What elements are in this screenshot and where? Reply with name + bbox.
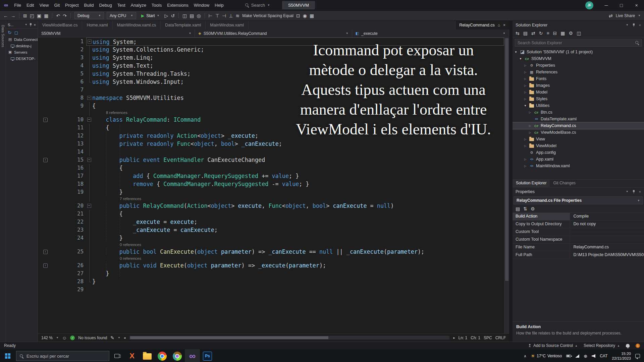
start-button[interactable] xyxy=(0,349,15,362)
panel-splitter[interactable] xyxy=(509,21,513,342)
expand-arrow-icon[interactable]: ▷ xyxy=(523,98,527,101)
property-value[interactable] xyxy=(570,228,644,236)
chevron-down-icon[interactable]: ▼ xyxy=(25,23,28,26)
zoom-tool-icon[interactable]: ◉ xyxy=(303,13,307,18)
menu-debug[interactable]: Debug xyxy=(96,1,114,9)
solution-explorer-search[interactable]: Search Solution Explorer xyxy=(515,39,642,47)
menu-project[interactable]: Project xyxy=(62,1,81,9)
spaces-indicator[interactable]: SPC xyxy=(484,336,492,340)
menu-build[interactable]: Build xyxy=(82,1,97,9)
implements-indicator-icon[interactable]: ↑ xyxy=(43,158,48,162)
language-indicator[interactable]: CAT xyxy=(600,354,607,358)
run-without-debugging-icon[interactable]: ▷ xyxy=(164,13,168,18)
distribute-horizontally-icon[interactable]: ≋ xyxy=(235,13,239,18)
tray-expand-icon[interactable]: ∧ xyxy=(524,354,526,358)
code-line-17[interactable]: 17 add { CommandManager.RequerySuggested… xyxy=(38,172,504,180)
code-line-20[interactable]: 20− public RelayCommand(Action<object> e… xyxy=(38,202,504,210)
alphabetical-icon[interactable]: ⇅ xyxy=(523,206,527,211)
collapse-region-icon[interactable]: − xyxy=(87,158,91,162)
collapse-arrow-icon[interactable]: ▼ xyxy=(523,104,527,107)
tree-item-properties[interactable]: ▷⚙Properties xyxy=(513,62,644,69)
menu-extensions[interactable]: Extensions xyxy=(164,1,191,9)
refresh-icon[interactable]: ↻ xyxy=(539,31,543,36)
tree-item-app-xaml[interactable]: ▷<>App.xaml xyxy=(513,156,644,163)
battery-icon[interactable] xyxy=(566,355,571,357)
code-line-6[interactable]: 6using System.Windows.Input; xyxy=(38,78,504,86)
tab-mainwindow-xaml[interactable]: MainWindow.xaml xyxy=(206,21,249,29)
vertical-scrollbar-thumb[interactable] xyxy=(505,38,508,281)
property-name[interactable]: Copy to Output Directory xyxy=(513,221,570,228)
close-icon[interactable]: × xyxy=(639,23,641,27)
code-line-5[interactable]: 5using System.Threading.Tasks; xyxy=(38,70,504,78)
tab-relaycommand-cs[interactable]: RelayCommand.cs⌂× xyxy=(455,21,509,29)
code-line-2[interactable]: 2using System.Collections.Generic; xyxy=(38,46,504,54)
expand-arrow-icon[interactable]: ▷ xyxy=(528,111,532,114)
switch-views-icon[interactable]: ⇆ xyxy=(516,31,520,36)
tree-item-datatemplate-xaml[interactable]: <>DataTemplate.xaml xyxy=(513,116,644,122)
maximize-button[interactable]: □ xyxy=(614,0,629,11)
code-line-21[interactable]: 21 { xyxy=(38,210,504,218)
home-icon[interactable]: ⌂ xyxy=(498,23,500,27)
property-name[interactable]: Custom Tool Namespace xyxy=(513,236,570,243)
code-line-29[interactable]: 29 xyxy=(38,286,504,294)
server-item-servers[interactable]: ▣Servers xyxy=(6,49,38,55)
pin-icon[interactable] xyxy=(632,23,635,27)
navigate-forward-icon[interactable]: → xyxy=(11,13,15,18)
server-item-desktop[interactable]: DESKTOP- xyxy=(6,55,38,62)
menu-analyze[interactable]: Analyze xyxy=(128,1,149,9)
tree-item-viewmodel[interactable]: ▷ViewModel xyxy=(513,142,644,149)
tree-item-mainwindow-xaml[interactable]: ▷<>MainWindow.xaml xyxy=(513,163,644,169)
align-rights-icon[interactable]: ⊣ xyxy=(222,13,226,18)
clock[interactable]: 15:20 22/11/2023 xyxy=(612,351,631,361)
open-file-icon[interactable]: ◰ xyxy=(30,13,34,18)
property-row-custom-tool-namespace[interactable]: Custom Tool Namespace xyxy=(513,236,644,244)
menu-edit[interactable]: Edit xyxy=(24,1,37,9)
code-line-11[interactable]: 11 { xyxy=(38,124,504,132)
codelens-references[interactable]: 0 references xyxy=(38,242,504,248)
properties-window-icon[interactable]: ⚙ xyxy=(569,31,573,36)
code-editor[interactable]: 1−using System;2using System.Collections… xyxy=(38,38,509,334)
align-bottoms-icon[interactable]: ⊥ xyxy=(229,13,233,18)
collapse-all-icon[interactable]: ⊟ xyxy=(553,31,557,36)
solution-platforms-select[interactable]: Any CPU▼ xyxy=(107,12,136,19)
live-share-icon[interactable]: ⇄ xyxy=(609,13,613,18)
expand-arrow-icon[interactable]: ▷ xyxy=(523,64,527,67)
menu-window[interactable]: Window xyxy=(191,1,212,9)
expand-arrow-icon[interactable]: ▷ xyxy=(523,165,527,168)
file-explorer-taskbar-button[interactable] xyxy=(140,349,155,362)
server-item-data-connect[interactable]: ▤Data Connect xyxy=(6,36,38,43)
code-line-1[interactable]: 1−using System; xyxy=(38,38,504,46)
server-item-desktop-j[interactable]: desktop-j xyxy=(6,43,38,49)
menu-git[interactable]: Git xyxy=(51,1,62,9)
property-name[interactable]: File Name xyxy=(513,244,570,251)
close-icon[interactable]: × xyxy=(34,23,36,27)
horizontal-scrollbar-thumb[interactable] xyxy=(130,336,328,339)
visual-studio-taskbar-button[interactable]: ∞ xyxy=(185,349,200,362)
photoshop-taskbar-button[interactable]: Ps xyxy=(200,349,215,362)
feedback-icon[interactable]: ☺ xyxy=(62,336,67,340)
code-line-3[interactable]: 3using System.Linq; xyxy=(38,54,504,62)
collapse-region-icon[interactable]: − xyxy=(87,204,91,208)
code-cleanup-icon[interactable]: ✎ xyxy=(110,336,114,340)
make-same-size-icon[interactable]: ⊡ xyxy=(296,13,300,18)
vertical-scrollbar[interactable] xyxy=(504,38,509,334)
property-row-copy-to-output-directory[interactable]: Copy to Output DirectoryDo not copy xyxy=(513,221,644,228)
show-all-files-icon[interactable]: ▦ xyxy=(560,31,565,36)
user-avatar[interactable]: JF xyxy=(585,1,593,9)
expand-arrow-icon[interactable]: ▷ xyxy=(523,77,527,80)
property-row-build-action[interactable]: Build ActionCompile xyxy=(513,213,644,221)
tree-item-references[interactable]: ▷▦References xyxy=(513,69,644,75)
property-value[interactable]: Do not copy xyxy=(570,221,644,228)
menu-file[interactable]: File xyxy=(11,1,24,9)
code-line-19[interactable]: 19 } xyxy=(38,188,504,196)
notifications-bell-icon[interactable] xyxy=(626,344,630,347)
breadcrumb-s50mvvm[interactable]: S50MVVM▼ xyxy=(38,29,195,37)
categorized-icon[interactable]: ▤ xyxy=(516,206,520,211)
redo-icon[interactable]: ↷ xyxy=(63,13,67,18)
close-icon[interactable]: × xyxy=(639,190,641,194)
tool-tab-solution-explorer[interactable]: Solution Explorer xyxy=(513,180,550,187)
menu-view[interactable]: View xyxy=(37,1,51,9)
code-line-26[interactable]: ↑26 public void Execute(object parameter… xyxy=(38,261,504,269)
save-all-icon[interactable]: ▦ xyxy=(44,13,48,18)
property-row-full-path[interactable]: Full PathD:\M13 Projecte DAM\S50MVVM\S50 xyxy=(513,251,644,259)
